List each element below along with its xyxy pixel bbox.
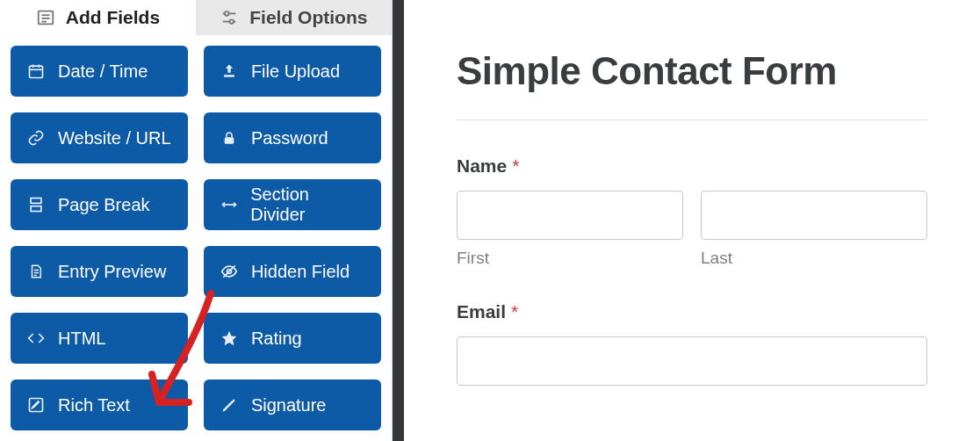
lock-icon bbox=[220, 128, 239, 148]
field-website-url[interactable]: Website / URL bbox=[11, 112, 188, 163]
field-file-upload[interactable]: File Upload bbox=[204, 46, 381, 97]
fields-list: Date / Time File Upload Website / URL Pa… bbox=[0, 35, 392, 441]
field-label: Date / Time bbox=[58, 61, 148, 82]
divider-icon bbox=[220, 195, 238, 214]
code-icon bbox=[26, 329, 46, 348]
field-page-break[interactable]: Page Break bbox=[11, 179, 188, 230]
field-label: Website / URL bbox=[58, 128, 171, 148]
field-label: Password bbox=[251, 128, 328, 148]
tab-field-options[interactable]: Field Options bbox=[196, 0, 392, 35]
star-icon bbox=[220, 329, 239, 348]
email-label-text: Email bbox=[457, 301, 506, 322]
field-label: Section Divider bbox=[250, 184, 365, 225]
panel-divider bbox=[393, 0, 404, 441]
left-panel: Add Fields Field Options Date / Time Fil… bbox=[0, 0, 393, 441]
svg-marker-22 bbox=[222, 331, 237, 346]
field-password[interactable]: Password bbox=[204, 112, 381, 163]
field-label: Entry Preview bbox=[58, 262, 166, 282]
form-preview: Simple Contact Form Name* First Last Ema… bbox=[404, 0, 980, 441]
field-label: File Upload bbox=[251, 61, 340, 82]
svg-point-6 bbox=[225, 11, 229, 16]
first-name-input[interactable] bbox=[457, 191, 683, 240]
edit-icon bbox=[26, 395, 46, 415]
name-label: Name* bbox=[457, 155, 927, 177]
first-name-sublabel: First bbox=[457, 249, 683, 268]
svg-rect-13 bbox=[225, 137, 234, 144]
email-input[interactable] bbox=[457, 336, 927, 386]
calendar-icon bbox=[26, 61, 46, 81]
upload-icon bbox=[220, 61, 239, 81]
tabs: Add Fields Field Options bbox=[0, 0, 392, 35]
eye-slash-icon bbox=[220, 262, 239, 281]
required-indicator: * bbox=[512, 155, 519, 176]
page-break-icon bbox=[26, 195, 46, 214]
field-hidden-field[interactable]: Hidden Field bbox=[204, 246, 381, 297]
svg-rect-8 bbox=[30, 66, 43, 77]
form-icon bbox=[36, 8, 55, 27]
field-section-divider[interactable]: Section Divider bbox=[204, 179, 381, 230]
field-label: Signature bbox=[251, 395, 327, 416]
last-name-sublabel: Last bbox=[701, 249, 927, 268]
email-field-group[interactable]: Email* bbox=[457, 301, 927, 386]
title-divider bbox=[457, 119, 927, 120]
field-label: Page Break bbox=[58, 195, 150, 215]
tab-add-fields[interactable]: Add Fields bbox=[0, 0, 196, 35]
document-icon bbox=[26, 262, 46, 281]
field-html[interactable]: HTML bbox=[11, 313, 188, 364]
last-name-input[interactable] bbox=[701, 191, 927, 240]
field-label: Hidden Field bbox=[251, 262, 349, 282]
svg-rect-15 bbox=[31, 206, 41, 212]
field-label: Rich Text bbox=[58, 395, 130, 416]
svg-rect-14 bbox=[31, 199, 41, 204]
field-entry-preview[interactable]: Entry Preview bbox=[11, 246, 188, 297]
field-rating[interactable]: Rating bbox=[204, 313, 381, 364]
field-rich-text[interactable]: Rich Text bbox=[11, 380, 188, 430]
form-title[interactable]: Simple Contact Form bbox=[457, 49, 927, 93]
field-signature[interactable]: Signature bbox=[204, 380, 381, 430]
name-field-group[interactable]: Name* First Last bbox=[457, 155, 927, 301]
svg-rect-12 bbox=[224, 75, 234, 77]
name-label-text: Name bbox=[457, 155, 507, 176]
sliders-icon bbox=[220, 8, 239, 27]
field-date-time[interactable]: Date / Time bbox=[11, 46, 188, 97]
svg-point-7 bbox=[230, 19, 234, 24]
field-label: Rating bbox=[251, 329, 302, 349]
required-indicator: * bbox=[511, 301, 518, 322]
tab-add-fields-label: Add Fields bbox=[66, 7, 160, 28]
field-label: HTML bbox=[58, 329, 105, 349]
email-label: Email* bbox=[457, 301, 927, 322]
link-icon bbox=[26, 128, 46, 148]
tab-field-options-label: Field Options bbox=[249, 7, 367, 28]
pencil-icon bbox=[220, 395, 239, 415]
